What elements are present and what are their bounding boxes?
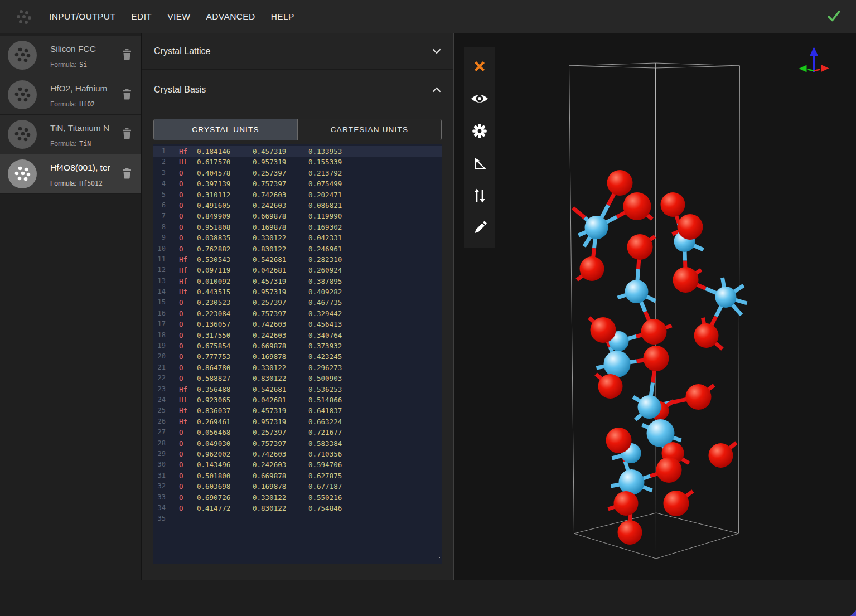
delete-material-button[interactable]: [122, 89, 132, 100]
coord-y: 0.242603: [253, 459, 308, 470]
code-line-28[interactable]: 28O0.0490300.7573970.583384: [153, 438, 442, 449]
code-line-10[interactable]: 10O0.7628820.8301220.246961: [153, 244, 442, 254]
code-line-5[interactable]: 5O0.3101120.7426030.202471: [153, 190, 442, 200]
coord-x: [197, 513, 253, 524]
code-line-6[interactable]: 6O0.4916050.2426030.086821: [153, 200, 442, 211]
material-avatar: [8, 159, 37, 188]
delete-material-button[interactable]: [122, 168, 132, 179]
top-menu-bar: INPUT/OUTPUTEDITVIEWADVANCEDHELP: [0, 0, 856, 33]
code-line-27[interactable]: 27O0.0564680.2573970.721677: [153, 427, 442, 438]
code-line-22[interactable]: 22O0.5888270.8301220.500903: [153, 373, 442, 384]
code-line-20[interactable]: 20O0.7777530.1698780.423245: [153, 351, 442, 362]
material-name[interactable]: Silicon FCC: [50, 44, 108, 56]
code-line-16[interactable]: 16O0.2230840.7573970.329442: [153, 308, 442, 319]
close-icon: [471, 58, 488, 75]
line-number: 12: [153, 265, 166, 275]
menu-item-view[interactable]: VIEW: [167, 12, 190, 22]
code-line-31[interactable]: 31O0.5018000.6698780.627875: [153, 471, 442, 481]
coord-z: 0.213792: [308, 168, 364, 178]
element-symbol: O: [179, 232, 197, 243]
code-line-19[interactable]: 19O0.6758540.6698780.373932: [153, 341, 442, 351]
code-line-24[interactable]: 24Hf0.9230650.0426810.514866: [153, 395, 442, 405]
code-line-30[interactable]: 30O0.1434960.2426030.594706: [153, 459, 442, 470]
crystal-basis-header[interactable]: Crystal Basis: [142, 70, 453, 110]
code-line-4[interactable]: 4O0.3971390.7573970.075499: [153, 178, 442, 189]
code-line-15[interactable]: 15O0.2305230.2573970.467735: [153, 297, 442, 308]
menu-item-advanced[interactable]: ADVANCED: [206, 12, 255, 22]
code-line-33[interactable]: 33O0.6907260.3301220.550216: [153, 492, 442, 503]
material-item-tin[interactable]: TiN, Titanium NFormula:TiN: [0, 115, 141, 154]
line-number: 11: [153, 254, 166, 265]
footer-bar: [0, 580, 856, 616]
measurements-button[interactable]: [464, 147, 495, 180]
material-avatar: [8, 80, 37, 109]
coord-x: 0.356488: [197, 384, 253, 395]
menu-item-help[interactable]: HELP: [271, 12, 294, 22]
code-line-8[interactable]: 8O0.9518080.1698780.169302: [153, 222, 442, 232]
line-number: 28: [153, 438, 166, 449]
coord-z: 0.663224: [308, 416, 364, 427]
coord-y: 0.457319: [253, 405, 308, 416]
code-line-1[interactable]: 1Hf0.1841460.4573190.133953: [153, 146, 442, 157]
coord-y: 0.957319: [253, 287, 308, 297]
import-export-button[interactable]: [464, 180, 495, 212]
tab-cartesian-units[interactable]: CARTESIAN UNITS: [297, 119, 441, 140]
basis-code-editor[interactable]: 1Hf0.1841460.4573190.1339532Hf0.6175700.…: [153, 144, 442, 564]
code-line-34[interactable]: 34O0.4147720.8301220.754846: [153, 503, 442, 513]
coord-z: 0.423245: [308, 351, 364, 362]
visibility-button[interactable]: [464, 83, 495, 115]
line-number: 19: [153, 341, 166, 351]
code-line-21[interactable]: 21O0.8647800.3301220.296273: [153, 362, 442, 373]
line-number: 15: [153, 297, 166, 308]
crystal-lattice-header[interactable]: Crystal Lattice: [142, 33, 453, 70]
code-line-12[interactable]: 12Hf0.0971190.0426810.260924: [153, 265, 442, 275]
code-line-26[interactable]: 26Hf0.2694610.9573190.663224: [153, 416, 442, 427]
coord-z: 0.155339: [308, 157, 364, 167]
close-button[interactable]: [464, 50, 495, 83]
element-symbol: O: [179, 503, 197, 513]
code-line-9[interactable]: 9O0.0388350.3301220.042331: [153, 232, 442, 243]
code-line-13[interactable]: 13Hf0.0100920.4573190.387895: [153, 276, 442, 287]
chevron-up-icon[interactable]: [432, 87, 441, 93]
scene-canvas[interactable]: [454, 33, 856, 580]
material-item-si[interactable]: Silicon FCCFormula:Si: [0, 36, 141, 75]
coord-y: 0.757397: [253, 438, 308, 449]
tab-crystal-units[interactable]: CRYSTAL UNITS: [154, 119, 297, 140]
material-item-hf5o12[interactable]: Hf4O8(001), terFormula:Hf5O12: [0, 154, 141, 194]
menu-item-input-output[interactable]: INPUT/OUTPUT: [49, 12, 115, 22]
material-name[interactable]: TiN, Titanium N: [50, 123, 109, 133]
code-line-29[interactable]: 29O0.9620020.7426030.710356: [153, 449, 442, 459]
trash-icon: [122, 128, 132, 139]
code-line-18[interactable]: 18O0.3175500.2426030.340764: [153, 330, 442, 341]
code-line-2[interactable]: 2Hf0.6175700.9573190.155339: [153, 157, 442, 167]
code-line-14[interactable]: 14Hf0.4435150.9573190.409282: [153, 287, 442, 297]
code-line-25[interactable]: 25Hf0.8360370.4573190.641837: [153, 405, 442, 416]
code-line-17[interactable]: 17O0.1360570.7426030.456413: [153, 319, 442, 329]
code-line-23[interactable]: 23Hf0.3564880.5426810.536253: [153, 384, 442, 395]
code-line-32[interactable]: 32O0.6036980.1698780.677187: [153, 481, 442, 492]
edit-button[interactable]: [464, 212, 495, 244]
delete-material-button[interactable]: [122, 128, 132, 139]
coord-z: 0.169302: [308, 222, 364, 232]
material-name[interactable]: Hf4O8(001), ter: [50, 163, 110, 173]
coord-z: 0.260924: [308, 265, 364, 275]
coord-y: 0.669878: [253, 471, 308, 481]
app-logo-icon[interactable]: [12, 6, 35, 28]
code-line-3[interactable]: 3O0.4045780.2573970.213792: [153, 168, 442, 178]
material-name[interactable]: HfO2, Hafnium: [50, 84, 108, 94]
code-line-35[interactable]: 35: [153, 513, 442, 524]
material-item-hfo2[interactable]: HfO2, HafniumFormula:HfO2: [0, 75, 141, 115]
structure-viewer[interactable]: [454, 33, 856, 580]
chevron-down-icon[interactable]: [432, 48, 441, 54]
delete-material-button[interactable]: [122, 49, 132, 60]
settings-button[interactable]: [464, 115, 495, 147]
coord-y: 0.757397: [253, 308, 308, 319]
code-line-7[interactable]: 7O0.8499090.6698780.119990: [153, 211, 442, 221]
element-symbol: O: [179, 341, 197, 351]
code-line-11[interactable]: 11Hf0.5305430.5426810.282310: [153, 254, 442, 265]
resize-handle-icon[interactable]: [434, 556, 441, 562]
menu-item-edit[interactable]: EDIT: [131, 12, 152, 22]
line-number: 27: [153, 427, 166, 438]
coord-z: 0.387895: [308, 276, 364, 287]
coord-z: 0.583384: [308, 438, 364, 449]
